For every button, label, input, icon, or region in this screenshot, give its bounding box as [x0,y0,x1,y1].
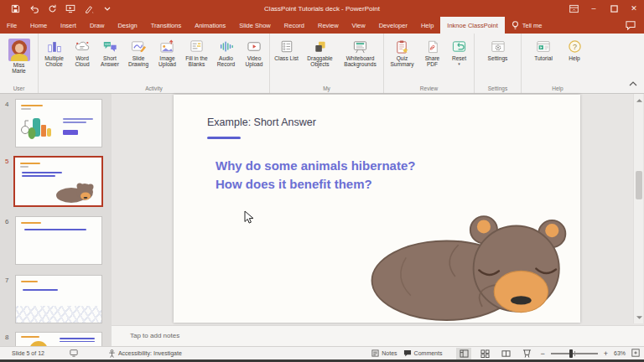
normal-view-button[interactable] [456,348,471,359]
minimize-button[interactable]: – [584,0,604,17]
whiteboard-icon [352,39,368,54]
gear-icon [491,39,506,54]
image-upload-icon [159,39,175,54]
slide-thumbnail-panel: 4 5 [0,94,112,346]
redo-icon[interactable] [47,3,57,13]
mouse-cursor [244,210,254,225]
ribbon-display-options-icon[interactable] [564,0,584,17]
class-list-button[interactable]: Class List [272,37,302,61]
settings-button[interactable]: Settings [481,37,515,61]
accessibility-icon [108,349,116,358]
tab-review[interactable]: Review [311,17,345,34]
reset-dropdown-caret[interactable]: ▾ [458,62,460,66]
comments-pane-icon[interactable] [626,17,644,34]
tab-slide-show[interactable]: Slide Show [232,17,278,34]
class-list-icon [280,39,293,54]
ribbon-group-activity: Multiple Choice Word Cloud Short Answer … [39,34,270,93]
reading-view-button[interactable] [498,348,513,359]
slide-6-thumbnail[interactable] [15,216,102,265]
slide-8-thumbnail[interactable] [15,332,102,346]
fill-in-the-blanks-button[interactable]: Fill in the Blanks [182,37,212,68]
slide-4-thumbnail[interactable] [15,99,102,147]
lightbulb-icon [512,21,519,30]
pdf-icon [426,39,439,54]
tab-help[interactable]: Help [414,17,440,34]
slide-drawing-button[interactable]: Slide Drawing [124,37,153,68]
zoom-level[interactable]: 63% [614,350,626,356]
draggable-objects-icon [313,39,327,54]
save-icon[interactable] [10,3,20,13]
slideshow-view-button[interactable] [519,348,534,359]
tab-draw[interactable]: Draw [83,17,112,34]
zoom-out-button[interactable]: − [540,349,544,358]
group-label-settings: Settings [475,85,521,93]
slide-number: 4 [5,101,8,108]
zoom-in-button[interactable]: + [604,349,608,358]
group-label-activity: Activity [39,85,269,93]
svg-text:?: ? [573,43,577,51]
help-button[interactable]: ? Help [560,37,589,61]
user-profile-button[interactable]: Miss Marie [5,37,34,75]
ribbon-group-my: Class List Draggable Objects Whiteboard … [270,34,384,93]
group-label-my: My [270,85,383,93]
undo-icon[interactable] [29,3,39,13]
current-slide-canvas[interactable]: Example: Short Answer Why do some animal… [174,95,580,323]
notes-placeholder: Tap to add notes [130,332,179,339]
scrollbar-thumb[interactable] [636,171,642,199]
audio-record-button[interactable]: Audio Record [212,37,241,68]
whiteboard-backgrounds-button[interactable]: Whiteboard Backgrounds [339,37,382,68]
display-settings-icon[interactable] [70,349,78,358]
tell-me[interactable]: Tell me [505,17,549,34]
drawing-icon [131,39,147,54]
collapse-ribbon-icon[interactable] [629,75,637,90]
customize-toolbar-icon[interactable] [102,3,112,13]
zoom-slider-thumb[interactable] [569,349,573,358]
short-answer-button[interactable]: Short Answer [96,37,124,68]
slide-sorter-view-button[interactable] [477,348,492,359]
fit-slide-to-window-button[interactable] [631,349,640,358]
reset-button[interactable]: Reset ▾ [446,37,473,66]
share-pdf-button[interactable]: Share PDF [419,37,446,68]
sleeping-bear-illustration [362,204,574,321]
notes-pane[interactable]: Tap to add notes [112,325,644,346]
quiz-summary-button[interactable]: Quiz Summary [386,37,419,68]
tab-view[interactable]: View [345,17,372,34]
slide-7-thumbnail[interactable] [15,275,102,323]
tab-inknoe-classpoint[interactable]: Inknoe ClassPoint [440,17,504,34]
group-label-review: Review [384,85,474,93]
question-text: Why do some animals hibernate? How does … [216,157,415,194]
question-mark-icon: ? [568,39,582,54]
tab-file[interactable]: File [0,17,23,34]
word-cloud-button[interactable]: Word Cloud [69,37,96,68]
tab-animations[interactable]: Animations [188,17,232,34]
slide-editor-area: Example: Short Answer Why do some animal… [112,94,644,325]
restore-button[interactable] [604,0,624,17]
vertical-scrollbar[interactable] [633,94,643,323]
notes-toggle[interactable]: Notes [371,349,397,357]
window-controls: – ✕ [564,0,644,17]
scroll-up-icon[interactable] [634,94,644,106]
tab-insert[interactable]: Insert [54,17,83,34]
draggable-objects-button[interactable]: Draggable Objects [302,37,339,68]
tab-transitions[interactable]: Transitions [144,17,188,34]
tab-developer[interactable]: Developer [372,17,414,34]
slide-title: Example: Short Answer [207,116,316,128]
quiz-summary-icon [395,39,409,54]
multiple-choice-button[interactable]: Multiple Choice [40,37,69,68]
reset-icon [452,39,466,54]
tab-home[interactable]: Home [23,17,54,34]
slide-5-thumbnail[interactable] [13,156,103,207]
tutorial-button[interactable]: Tutorial [527,37,560,61]
tab-record[interactable]: Record [278,17,311,34]
ink-tools-icon[interactable] [84,3,94,13]
quick-access-toolbar [0,3,112,13]
start-slideshow-icon[interactable] [65,3,75,13]
scroll-down-icon[interactable] [634,312,644,323]
zoom-slider[interactable] [551,353,598,354]
close-button[interactable]: ✕ [624,0,644,17]
comments-toggle[interactable]: Comments [403,349,443,357]
image-upload-button[interactable]: Image Upload [153,37,182,68]
video-upload-button[interactable]: Video Upload [241,37,268,68]
accessibility-status[interactable]: Accessibility: Investigate [108,349,182,358]
tab-design[interactable]: Design [111,17,143,34]
